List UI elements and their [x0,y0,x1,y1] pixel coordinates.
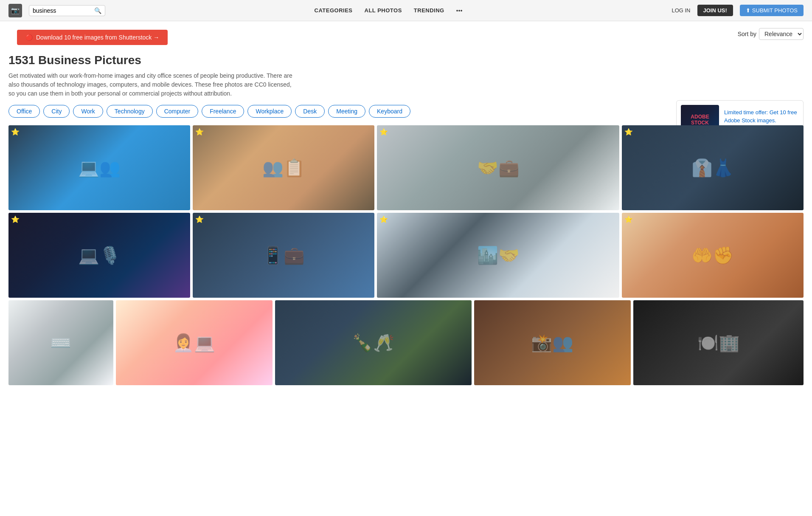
star-badge: ⭐ [624,128,633,136]
image-card[interactable]: ⌨️ [8,300,113,385]
ad-text: Limited time offer: Get 10 free Adobe St… [724,109,799,124]
shutterstock-icon: 🔴 [25,34,33,41]
nav-categories[interactable]: CATEGORIES [315,7,353,14]
image-row-2: ⭐ 💻🎙️ ⭐ 📱💼 ⭐ 🏙️🤝 ⭐ 🤲✊ [8,213,804,298]
nav-trending[interactable]: TRENDING [414,7,444,14]
star-badge: ⭐ [195,215,204,223]
star-badge: ⭐ [379,215,388,223]
image-grid: ⭐ 💻👥 ⭐ 👥📋 ⭐ 🤝💼 ⭐ 👔👗 [8,125,804,385]
star-badge: ⭐ [379,128,388,136]
image-row-1: ⭐ 💻👥 ⭐ 👥📋 ⭐ 🤝💼 ⭐ 👔👗 [8,125,804,210]
search-input[interactable]: business [33,7,92,14]
nav-more[interactable]: ••• [456,7,463,14]
star-badge: ⭐ [624,215,633,223]
site-logo[interactable]: 📷 [8,4,22,17]
image-card[interactable]: 🍾🥂 [275,300,471,385]
image-card[interactable]: 👩‍💼💻 [116,300,273,385]
login-button[interactable]: LOG IN [672,7,690,14]
header: 📷 business 🔍 CATEGORIES ALL PHOTOS TREND… [0,0,812,21]
page-description: Get motivated with our work-from-home im… [8,71,297,98]
filter-work[interactable]: Work [73,105,103,118]
sort-select[interactable]: Relevance [759,28,804,40]
star-badge: ⭐ [11,215,20,223]
filter-workplace[interactable]: Workplace [247,105,292,118]
image-card[interactable]: ⭐ 📱💼 [193,213,374,298]
image-card[interactable]: ⭐ 🤲✊ [622,213,804,298]
header-right: LOG IN JOIN US! ⬆ SUBMIT PHOTOS [672,5,804,16]
submit-photos-button[interactable]: ⬆ SUBMIT PHOTOS [740,5,804,16]
star-badge: ⭐ [195,128,204,136]
image-card[interactable]: ⭐ 🏙️🤝 [377,213,619,298]
filter-keyboard[interactable]: Keyboard [369,105,410,118]
search-icon: 🔍 [94,7,101,14]
filter-meeting[interactable]: Meeting [328,105,365,118]
star-badge: ⭐ [11,128,20,136]
image-card[interactable]: 📸👥 [474,300,631,385]
filter-city[interactable]: City [43,105,70,118]
image-card[interactable]: ⭐ 💻🎙️ [8,213,190,298]
sort-label: Sort by [738,31,756,37]
image-card[interactable]: ⭐ 🤝💼 [377,125,619,210]
main-nav: CATEGORIES ALL PHOTOS TRENDING ••• [315,7,463,14]
search-bar[interactable]: business 🔍 [29,5,105,16]
filter-office[interactable]: Office [8,105,40,118]
page-title: 1531 Business Pictures [8,54,804,67]
nav-all-photos[interactable]: ALL PHOTOS [365,7,402,14]
filter-computer[interactable]: Computer [156,105,198,118]
image-card[interactable]: 🍽️🏢 [633,300,804,385]
image-row-3: ⌨️ 👩‍💼💻 🍾🥂 📸👥 🍽️🏢 [8,300,804,385]
image-card[interactable]: ⭐ 👔👗 [622,125,804,210]
join-button[interactable]: JOIN US! [697,5,733,16]
image-card[interactable]: ⭐ 👥📋 [193,125,374,210]
page-content: ADOBESTOCK Limited time offer: Get 10 fr… [0,54,812,394]
shutterstock-banner[interactable]: 🔴 Download 10 free images from Shutterst… [17,30,168,45]
filter-freelance[interactable]: Freelance [202,105,244,118]
upload-icon: ⬆ [746,7,750,14]
camera-icon: 📷 [11,6,20,14]
filter-desk[interactable]: Desk [295,105,325,118]
image-card[interactable]: ⭐ 💻👥 [8,125,190,210]
filter-technology[interactable]: Technology [107,105,153,118]
